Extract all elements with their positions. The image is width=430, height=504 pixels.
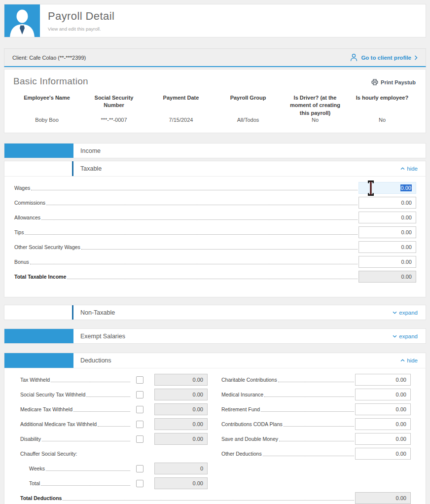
dotted-leader [279,441,354,441]
other-social-security-wages-input[interactable]: 0.00 [358,241,416,253]
page: Payroll Detail View and edit this payrol… [0,0,430,504]
page-title: Payroll Detail [48,10,114,23]
dotted-leader [263,456,354,456]
exempt-salaries-section-block [4,329,73,343]
medical-insurance-label: Medical Insurance [221,392,263,397]
social-security-tax-withheld-input: 0.00 [154,389,208,400]
deductions-fields: Tax Withheld0.00Social Security Tax With… [4,368,426,504]
taxable-hide-toggle[interactable]: hide [400,161,426,176]
non-taxable-toggle-label: expand [399,310,418,316]
non-taxable-section-block [4,305,73,320]
header-text: Payroll Detail View and edit this payrol… [40,4,114,37]
retirement-fund-input[interactable]: 0.00 [355,403,411,415]
contributions-coda-plans-input[interactable]: 0.00 [355,418,411,430]
field-row-chauffer-social-security: Chauffer Social Security: [20,446,208,461]
dotted-leader [261,411,354,412]
field-row-other-social-security-wages: Other Social Security Wages0.00 [14,240,416,254]
weeks-input: 0 [154,463,208,474]
non-taxable-expand-toggle[interactable]: expand [393,305,426,320]
tips-label: Tips [14,229,24,235]
tax-withheld-checkbox[interactable] [136,376,143,384]
other-deductions-input[interactable]: 0.00 [355,448,411,460]
disability-input: 0.00 [154,433,208,445]
field-row-bonus: Bonus0.00 [14,254,416,269]
basic-info-value-4: No [282,117,349,123]
field-row-charitable-contributions: Charitable Contributions0.00 [221,372,411,387]
text-cursor-icon [367,180,375,196]
go-to-client-profile-link[interactable]: Go to client profile [350,53,418,62]
go-to-client-profile-label: Go to client profile [361,55,411,61]
field-row-total-deductions: Total Deductions0.00 [20,491,411,504]
basic-info-value-5: No [349,117,416,123]
total-checkbox[interactable] [136,480,143,487]
save-and-double-money-label: Save and Double Money [221,436,278,442]
total-deductions-label: Total Deductions [20,495,62,501]
field-row-contributions-coda-plans: Contributions CODA Plans0.00 [221,417,411,432]
wages-input[interactable]: 0.00 [358,182,416,194]
chevron-up-icon [400,359,405,362]
allowances-input[interactable]: 0.00 [358,212,416,223]
medical-insurance-input[interactable]: 0.00 [355,389,411,400]
basic-info-value-2: 7/15/2024 [147,117,215,123]
weeks-checkbox[interactable] [136,465,143,472]
field-row-tax-withheld: Tax Withheld0.00 [20,372,208,387]
dotted-leader [63,500,354,501]
dotted-leader [30,264,358,264]
dotted-leader [31,190,358,190]
social-security-tax-withheld-checkbox[interactable] [136,391,143,398]
field-row-save-and-double-money: Save and Double Money0.00 [221,432,411,446]
deductions-toggle-label: hide [407,358,418,363]
field-row-retirement-fund: Retirement Fund0.00 [221,402,411,417]
basic-info-header-3: Payroll Group [215,94,282,117]
allowances-label: Allowances [14,215,40,220]
charitable-contributions-input[interactable]: 0.00 [355,374,411,386]
tips-input[interactable]: 0.00 [358,226,416,238]
dotted-leader [73,411,130,412]
basic-info-value-1: ***-**-0007 [80,117,147,123]
printer-icon [371,79,378,85]
dotted-leader [25,234,358,235]
chauffer-social-security-label: Chauffer Social Security: [20,451,77,457]
taxable-section-block [4,161,73,176]
chevron-down-icon [393,335,397,338]
commissions-label: Commissions [14,200,45,206]
dotted-leader [264,396,354,397]
dotted-leader [41,485,130,486]
social-security-tax-withheld-label: Social Security Tax Withheld [20,392,85,397]
income-section-block [4,144,73,158]
print-paystub-label: Print Paystub [381,79,416,85]
other-deductions-label: Other Deductions [221,451,262,457]
bonus-input[interactable]: 0.00 [358,256,416,268]
dotted-leader [51,382,130,382]
dotted-leader [81,249,358,250]
basic-info-header-4: Is Driver? (at the moment of creating th… [282,94,349,117]
basic-info-header-2: Payment Date [147,94,215,117]
taxable-fields: Wages0.00Commissions0.00Allowances0.00Ti… [4,177,426,297]
other-social-security-wages-label: Other Social Security Wages [14,244,80,250]
dotted-leader [284,426,354,427]
disability-checkbox[interactable] [136,435,143,443]
taxable-section-label: Taxable [73,161,400,176]
field-row-wages: Wages0.00 [14,180,416,195]
commissions-input[interactable]: 0.00 [358,197,416,209]
non-taxable-section-label: Non-Taxable [73,305,393,320]
dotted-leader [98,426,130,427]
print-paystub-button[interactable]: Print Paystub [371,79,416,85]
section-exempt-salaries: Exempt Salaries expand [4,328,426,344]
field-row-medical-insurance: Medical Insurance0.00 [221,387,411,402]
dotted-leader [46,470,130,471]
disability-label: Disability [20,436,41,442]
medicare-tax-withheld-checkbox[interactable] [136,406,143,413]
basic-info-value-0: Boby Boo [13,117,80,123]
dotted-leader [278,382,354,382]
additional-medicare-tax-withheld-checkbox[interactable] [136,421,143,428]
field-row-commissions: Commissions0.00 [14,195,416,210]
save-and-double-money-input[interactable]: 0.00 [355,433,411,445]
field-row-disability: Disability0.00 [20,432,208,446]
selected-text: 0.00 [400,184,412,191]
basic-info-header-0: Employee's Name [13,94,80,117]
income-section-label: Income [73,144,426,158]
medicare-tax-withheld-label: Medicare Tax Withheld [20,406,72,412]
exempt-salaries-expand-toggle[interactable]: expand [393,329,426,343]
deductions-hide-toggle[interactable]: hide [400,353,426,368]
